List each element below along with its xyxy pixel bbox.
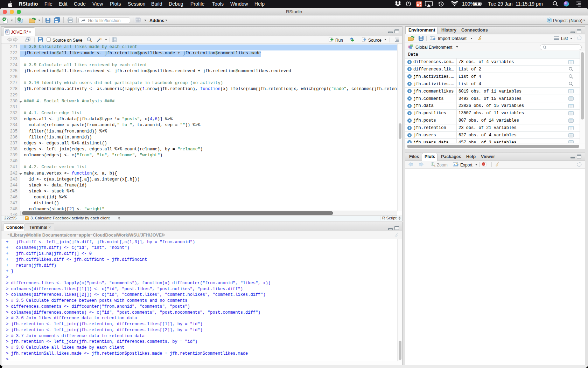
svg-text:R: R xyxy=(6,30,8,34)
svg-text:R: R xyxy=(548,19,551,22)
